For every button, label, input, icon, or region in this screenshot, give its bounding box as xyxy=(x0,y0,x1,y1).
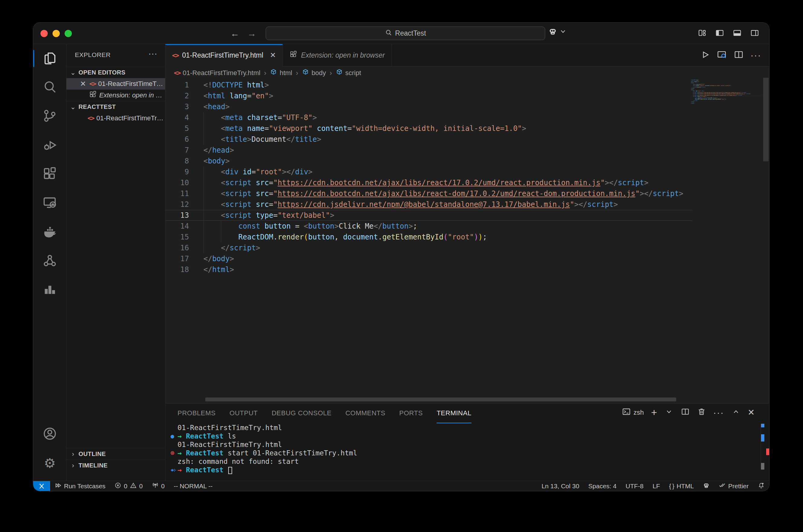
terminal-shell-selector[interactable]: zsh xyxy=(622,407,644,418)
close-icon[interactable]: ✕ xyxy=(79,80,87,88)
activity-item-source-control[interactable] xyxy=(33,102,67,131)
navigate-forward-button[interactable]: → xyxy=(246,27,258,39)
status-ports[interactable]: 0 xyxy=(147,481,169,491)
activity-item-account[interactable] xyxy=(33,420,67,449)
chevron-down-icon[interactable] xyxy=(559,27,568,37)
status-encoding[interactable]: UTF-8 xyxy=(621,481,648,491)
code-line[interactable]: 1<!DOCTYPE html> xyxy=(165,80,692,91)
toggle-panel-icon[interactable] xyxy=(731,27,743,39)
minimize-window-button[interactable] xyxy=(53,30,60,37)
open-preview-icon[interactable] xyxy=(717,50,727,61)
code-line[interactable]: 16</script> xyxy=(165,243,692,253)
code-line[interactable]: 7</head> xyxy=(165,145,692,156)
minimap[interactable]: <!DOCTYPE html><html lang="en"><head><me… xyxy=(691,80,763,291)
code-line[interactable]: 9<div id="root"></div> xyxy=(165,167,692,177)
tab-extension-open-in-browser[interactable]: Extension: open in browser xyxy=(283,44,391,66)
code-token: charset xyxy=(695,84,700,85)
toggle-primary-sidebar-icon[interactable] xyxy=(714,27,726,39)
toggle-secondary-sidebar-icon[interactable] xyxy=(749,27,761,39)
split-editor-icon[interactable] xyxy=(734,50,744,61)
panel-tab-comments[interactable]: COMMENTS xyxy=(345,403,385,423)
code-line[interactable]: 15ReactDOM.render(button, document.getEl… xyxy=(165,232,692,243)
code-token: content xyxy=(704,86,709,87)
code-line[interactable]: 17</body> xyxy=(165,253,692,264)
customize-layout-icon[interactable] xyxy=(696,27,708,39)
zoom-window-button[interactable] xyxy=(65,30,72,37)
remote-indicator[interactable] xyxy=(33,481,50,491)
activity-item-test-results[interactable] xyxy=(33,276,67,305)
section-timeline[interactable]: ›TIMELINE xyxy=(67,460,165,471)
activity-item-docker[interactable] xyxy=(33,218,67,247)
code-line[interactable]: 14const button = <button>Click Me</butto… xyxy=(165,221,692,232)
run-icon[interactable] xyxy=(700,50,710,61)
close-icon[interactable]: ✕ xyxy=(270,51,276,59)
line-number: 11 xyxy=(165,188,189,199)
status-eol[interactable]: LF xyxy=(648,481,665,491)
breadcrumb-item[interactable]: <>01-ReactFirstTimeTry.html xyxy=(174,69,260,77)
code-line[interactable]: 4<meta charset="UTF-8"> xyxy=(165,112,692,123)
close-window-button[interactable] xyxy=(40,30,48,37)
status-formatter[interactable]: Prettier xyxy=(714,481,753,491)
breadcrumb-item[interactable]: script xyxy=(336,69,361,77)
split-terminal-icon[interactable] xyxy=(681,407,690,418)
activity-item-organization[interactable] xyxy=(33,247,67,276)
code-line[interactable]: 2<html lang="en"> xyxy=(165,91,692,101)
add-icon[interactable]: + xyxy=(651,406,657,418)
trash-icon[interactable] xyxy=(697,407,706,418)
code-token: > xyxy=(679,189,683,198)
activity-item-files[interactable] xyxy=(33,44,67,73)
activity-item-extensions[interactable] xyxy=(33,160,67,189)
tab-01-reactfirsttimetry-html[interactable]: <>01-ReactFirstTimeTry.html✕ xyxy=(165,44,283,66)
status-indentation[interactable]: Spaces: 4 xyxy=(584,481,621,491)
more-icon[interactable]: ··· xyxy=(713,407,724,418)
status-language-mode[interactable]: { }HTML xyxy=(664,481,698,491)
status-vim-mode[interactable]: -- NORMAL -- xyxy=(169,481,217,491)
more-actions-icon[interactable]: ··· xyxy=(750,50,761,60)
chevron-up-icon[interactable] xyxy=(731,407,741,418)
activity-item-settings-gear[interactable]: ⚙ xyxy=(33,449,67,478)
activity-item-remote-explorer[interactable] xyxy=(33,189,67,218)
code-line[interactable]: 12<script src="https://cdn.jsdelivr.net/… xyxy=(165,199,692,210)
copilot-icon[interactable] xyxy=(548,27,557,37)
panel-tab-problems[interactable]: PROBLEMS xyxy=(178,403,216,423)
code-line[interactable]: 18</html> xyxy=(165,264,692,275)
indent-guide xyxy=(203,210,221,221)
section-workspace[interactable]: ⌄REACTTEST xyxy=(67,101,165,113)
code-editor[interactable]: 1<!DOCTYPE html>2<html lang="en">3<head>… xyxy=(165,80,692,402)
editor-vertical-scrollbar[interactable] xyxy=(763,78,769,162)
status-run-testcases[interactable]: Run Testcases xyxy=(50,481,110,491)
panel-tab-debug-console[interactable]: DEBUG CONSOLE xyxy=(272,403,331,423)
section-open-editors[interactable]: ⌄OPEN EDITORS xyxy=(67,66,165,78)
list-item[interactable]: Extension: open in browser xyxy=(67,90,165,101)
section-outline[interactable]: ›OUTLINE xyxy=(67,448,165,460)
status-cursor-position[interactable]: Ln 13, Col 30 xyxy=(537,481,584,491)
panel-tab-output[interactable]: OUTPUT xyxy=(230,403,257,423)
panel-tab-ports[interactable]: PORTS xyxy=(399,403,423,423)
explorer-more-actions-icon[interactable]: ··· xyxy=(148,48,157,58)
code-line[interactable]: </html> xyxy=(691,103,763,104)
status-copilot[interactable] xyxy=(698,481,714,491)
code-line[interactable]: 5<meta name="viewport" content="width=de… xyxy=(165,123,692,134)
activity-item-run-debug[interactable] xyxy=(33,131,67,160)
code-line[interactable]: 13<script type="text/babel"> xyxy=(165,210,692,221)
status-problems[interactable]: 00 xyxy=(110,481,147,491)
chevron-down-icon[interactable] xyxy=(664,407,674,418)
terminal[interactable]: 01-ReactFirstTimeTry.html●→ ReactTest ls… xyxy=(165,423,760,481)
code-line[interactable]: 8<body> xyxy=(165,156,692,167)
code-line[interactable]: 11<script src="https://cdn.bootcdn.net/a… xyxy=(165,188,692,199)
list-item[interactable]: <>01-ReactFirstTimeTry.html xyxy=(67,113,165,124)
close-icon[interactable]: ✕ xyxy=(748,407,755,417)
status-notifications[interactable] xyxy=(753,481,769,491)
breadcrumb-item[interactable]: body xyxy=(302,69,326,77)
code-token: ; xyxy=(483,233,487,241)
list-item[interactable]: ✕<>01-ReactFirstTimeTry.html xyxy=(67,78,165,90)
navigate-back-button[interactable]: ← xyxy=(229,27,241,39)
breadcrumb-item[interactable]: html xyxy=(270,69,292,77)
activity-item-search[interactable] xyxy=(33,73,67,102)
code-line[interactable]: 10<script src="https://cdn.bootcdn.net/a… xyxy=(165,177,692,188)
code-line[interactable]: 3<head> xyxy=(165,101,692,112)
command-center-search[interactable]: ReactTest xyxy=(266,26,545,40)
panel-tab-terminal[interactable]: TERMINAL xyxy=(437,403,471,423)
editor-horizontal-scrollbar[interactable] xyxy=(205,398,676,401)
code-line[interactable]: 6<title>Document</title> xyxy=(165,134,692,145)
